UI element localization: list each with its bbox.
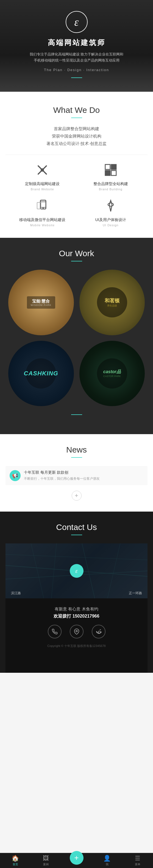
wwd-service-4: UI及用户体验设计 UI Design xyxy=(80,199,142,227)
contact-social-icons xyxy=(11,625,142,639)
contact-info: 有新意 有心意 木鱼有约 欢迎拨打 15020217966 xyxy=(5,598,148,673)
svg-rect-5 xyxy=(105,170,110,176)
svg-point-2 xyxy=(41,168,44,172)
work-badge-2: 和茗顿 养生品级 xyxy=(80,270,145,335)
service-4-sub: UI Design xyxy=(80,223,142,227)
hero-tags: The Plan · Design · Interaction xyxy=(5,68,148,72)
news-title: News xyxy=(5,445,148,455)
ow-underline xyxy=(71,261,82,261)
contact-phone: 欢迎拨打 15020217966 xyxy=(11,614,142,619)
hero-title: 高端网站建筑师 xyxy=(5,38,148,48)
service-2-sub: Brand Building xyxy=(80,188,142,191)
work-1-sub: WISDOM PARK xyxy=(31,304,51,306)
brand-website-icon xyxy=(11,163,74,179)
service-2-title: 整合品牌型全站构建 xyxy=(80,182,142,186)
service-3-title: 移动端及微信平台网站建设 xyxy=(11,217,74,222)
ui-design-icon xyxy=(80,199,142,215)
service-1-title: 定制级高端网站建设 xyxy=(11,182,74,186)
contact-underline xyxy=(71,535,82,535)
what-we-do-section: What We Do 首家品牌整合型网站构建 荣获中国金牌网站设计机构 著名互动… xyxy=(0,92,153,238)
phone-icon-btn[interactable] xyxy=(48,625,62,639)
wwd-title: What We Do xyxy=(5,105,148,115)
wwd-service-3: 移动端及微信平台网站建设 Mobile Website xyxy=(11,199,74,227)
news-item-desc: 不断前行，十年互联，我们用心服务每一位客户朋友 xyxy=(24,476,100,481)
work-2-sub: 养生品级 xyxy=(107,304,117,308)
contact-slogan-1: 有新意 有心意 木鱼有约 xyxy=(11,607,142,612)
wwd-feature-3: 著名互动公司设计·技术·创意总监 xyxy=(5,141,148,146)
brand-building-icon xyxy=(80,163,142,179)
work-badge-3: CASHKING xyxy=(8,341,74,406)
work-item-4[interactable]: castor品 CASTOR PARK xyxy=(80,341,145,406)
wwd-feature-1: 首家品牌整合型网站构建 xyxy=(5,126,148,131)
map-overlay: ε xyxy=(5,544,148,598)
svg-rect-4 xyxy=(111,164,116,169)
svg-rect-6 xyxy=(111,170,116,176)
weibo-icon-btn[interactable] xyxy=(92,625,105,639)
work-item-2[interactable]: 和茗顿 养生品级 xyxy=(80,270,145,335)
map-label-right: 正一环路 xyxy=(129,591,142,596)
news-section: News 📢 十年互联 每月更新 款款创 不断前行，十年互联，我们用心服务每一位… xyxy=(0,434,153,512)
work-badge-1: 宝能·慧合 WISDOM PARK xyxy=(8,270,74,335)
svg-point-10 xyxy=(42,208,44,209)
svg-rect-3 xyxy=(105,164,110,169)
news-item-title: 十年互联 每月更新 款款创 xyxy=(24,470,100,475)
news-megaphone-icon: 📢 xyxy=(10,470,21,481)
work-4-sub: CASTOR PARK xyxy=(103,375,121,378)
contact-section: Contact Us ε 滨江路 正一环路 有新意 有心意 木鱼有约 欢迎拨打 … xyxy=(0,512,153,673)
news-underline xyxy=(71,457,82,458)
hero-desc: 我们专注于品牌化高端网站建设 致力于解决企业在互联网和 手机移动端的统一性呈现以… xyxy=(5,51,148,63)
wwd-service-1: 定制级高端网站建设 Brand Website xyxy=(11,163,74,191)
work-grid: 宝能·慧合 WISDOM PARK 和茗顿 养生品级 CASHKING xyxy=(8,270,145,406)
hero-divider xyxy=(71,78,82,78)
news-content-1: 十年互联 每月更新 款款创 不断前行，十年互联，我们用心服务每一位客户朋友 xyxy=(24,470,100,481)
wwd-feature-2: 荣获中国金牌网站设计机构 xyxy=(5,134,148,139)
work-4-title: castor品 xyxy=(103,369,121,375)
hero-logo: ε xyxy=(66,11,88,33)
work-2-title: 和茗顿 xyxy=(105,298,120,304)
map-center-logo: ε xyxy=(70,564,84,578)
mobile-website-icon xyxy=(11,199,74,215)
service-3-sub: Mobile Website xyxy=(11,223,74,227)
contact-title: Contact Us xyxy=(5,523,148,532)
copyright-text: Copyright © 十年互联 版权所有备12345678 xyxy=(11,644,142,664)
map-label-left: 滨江路 xyxy=(11,591,21,596)
our-work-section: Our Work 宝能·慧合 WISDOM PARK 和茗顿 养生品级 xyxy=(0,238,153,434)
wwd-underline xyxy=(71,118,82,118)
hero-section: ε 高端网站建筑师 我们专注于品牌化高端网站建设 致力于解决企业在互联网和 手机… xyxy=(0,0,153,92)
wwd-features: 首家品牌整合型网站构建 荣获中国金牌网站设计机构 著名互动公司设计·技术·创意总… xyxy=(5,126,148,146)
work-3-title: CASHKING xyxy=(24,370,58,377)
news-more-button[interactable]: + xyxy=(72,491,82,501)
work-1-title: 宝能·慧合 xyxy=(31,299,51,304)
work-item-1[interactable]: 宝能·慧合 WISDOM PARK xyxy=(8,270,74,335)
work-badge-4: castor品 CASTOR PARK xyxy=(80,341,145,406)
ow-bottom-line xyxy=(71,414,82,415)
ow-title: Our Work xyxy=(5,249,148,258)
wwd-service-2: 整合品牌型全站构建 Brand Building xyxy=(80,163,142,191)
wwd-services-grid: 定制级高端网站建设 Brand Website 整合品牌型全站构建 Brand … xyxy=(11,163,142,227)
logo-char: ε xyxy=(74,16,79,29)
news-item-1: 📢 十年互联 每月更新 款款创 不断前行，十年互联，我们用心服务每一位客户朋友 xyxy=(5,466,148,485)
service-1-sub: Brand Website xyxy=(11,188,74,191)
work-item-3[interactable]: CASHKING xyxy=(8,341,74,406)
map-area: ε 滨江路 正一环路 xyxy=(5,544,148,598)
svg-point-20 xyxy=(76,630,78,632)
svg-point-12 xyxy=(108,203,114,206)
location-icon-btn[interactable] xyxy=(70,625,84,639)
service-4-title: UI及用户体验设计 xyxy=(80,217,142,222)
